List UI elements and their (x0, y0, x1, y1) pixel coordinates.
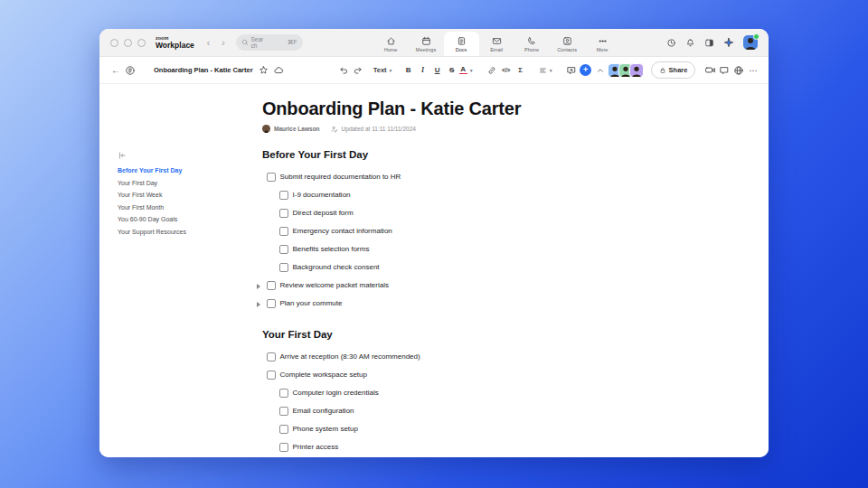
language-globe-icon[interactable] (731, 62, 746, 79)
docs-home-icon[interactable] (123, 62, 137, 79)
panel-icon[interactable] (704, 38, 714, 48)
ai-companion-button[interactable]: + (579, 62, 593, 79)
collapse-toolbar-button[interactable] (593, 62, 608, 79)
link-icon[interactable] (485, 62, 499, 79)
tab-label: Email (490, 47, 503, 52)
chat-icon[interactable] (717, 62, 731, 79)
outline-item-3[interactable]: Your First Week (118, 192, 253, 198)
checkbox[interactable] (279, 245, 288, 254)
formula-button[interactable]: Σ (514, 62, 528, 79)
search-shortcut: ⌘F (288, 39, 297, 46)
minimize-window-button[interactable] (124, 39, 132, 47)
italic-button[interactable]: I (416, 62, 430, 79)
edited-by-icon (331, 126, 338, 133)
window-controls (110, 39, 146, 47)
checkbox[interactable] (279, 443, 288, 452)
author-name: Maurice Lawson (274, 126, 320, 132)
checkbox[interactable] (267, 371, 276, 380)
text-style-dropdown[interactable]: Text▼ (376, 62, 391, 79)
outline-item-6[interactable]: Your Support Resources (118, 229, 253, 235)
checklist-row: I-9 documentation (262, 186, 570, 204)
collapse-outline-icon[interactable] (118, 151, 127, 160)
checkbox[interactable] (279, 407, 288, 416)
checklist-label[interactable]: Printer access (293, 444, 339, 451)
checkbox[interactable] (267, 299, 276, 308)
checklist-label[interactable]: I-9 documentation (293, 192, 351, 199)
text-color-button[interactable]: A▼ (459, 62, 474, 79)
checklist-label[interactable]: Phone system setup (293, 426, 358, 433)
brand-bottom: Workplace (156, 42, 194, 50)
tab-label: Phone (524, 47, 539, 52)
bold-button[interactable]: B (401, 62, 416, 79)
redo-icon[interactable] (351, 62, 365, 79)
back-button[interactable]: ← (108, 62, 123, 79)
checklist-row: Submit required documentation to HR (262, 168, 570, 186)
forward-chevron-icon[interactable]: › (222, 38, 224, 48)
checklist-label[interactable]: Benefits selection forms (293, 246, 370, 253)
tab-strip: HomeMeetingsDocsEmailPhoneContactsMore (373, 29, 620, 56)
star-icon[interactable] (257, 62, 271, 79)
list-options-dropdown[interactable]: ▼ (539, 62, 553, 79)
checklist-row: Emergency contact information (262, 222, 570, 240)
checklist-label[interactable]: Direct deposit form (293, 210, 354, 217)
undo-icon[interactable] (336, 62, 351, 79)
outline-item-4[interactable]: Your First Month (118, 204, 253, 211)
tab-label: Home (384, 47, 398, 52)
checkbox[interactable] (279, 227, 288, 236)
checklist-row: Benefits selection forms (262, 240, 570, 258)
close-window-button[interactable] (110, 39, 118, 47)
expand-triangle-icon[interactable] (257, 284, 260, 289)
sparkle-icon[interactable] (723, 37, 734, 48)
zoom-window-button[interactable] (137, 39, 146, 47)
tab-docs[interactable]: Docs (444, 32, 479, 56)
collaborator-avatar-3[interactable] (629, 63, 644, 78)
outline-item-2[interactable]: Your First Day (118, 180, 253, 186)
strikethrough-button[interactable]: S (445, 62, 459, 79)
checkbox[interactable] (267, 173, 276, 182)
video-call-icon[interactable] (703, 62, 717, 79)
checkbox[interactable] (279, 263, 288, 272)
checklist-label[interactable]: Complete workspace setup (280, 371, 368, 379)
page-title: Onboarding Plan - Katie Carter (262, 98, 570, 119)
checklist-label[interactable]: Submit required documentation to HR (280, 174, 401, 181)
checkbox[interactable] (279, 389, 288, 398)
more-options-button[interactable]: ⋯ (746, 62, 760, 79)
checkbox[interactable] (267, 281, 276, 290)
checkbox[interactable] (267, 352, 276, 361)
tab-more[interactable]: More (585, 33, 620, 56)
outline-item-1[interactable]: Before Your First Day (118, 167, 253, 174)
checklist-label[interactable]: Plan your commute (280, 300, 343, 307)
zoom-workplace-window: zoom Workplace ‹ › Search ⌘F HomeMeeting… (99, 29, 769, 457)
tab-contacts[interactable]: Contacts (550, 33, 585, 56)
comment-icon[interactable] (564, 62, 579, 79)
history-icon[interactable] (666, 38, 676, 48)
checkbox[interactable] (279, 191, 288, 200)
doc-title: Onboarding Plan - Katie Carter (154, 66, 253, 74)
checkbox[interactable] (279, 209, 288, 218)
checklist-label[interactable]: Background check consent (293, 264, 380, 271)
tab-email[interactable]: Email (479, 33, 514, 56)
code-button[interactable]: </> (499, 62, 514, 79)
tab-phone[interactable]: Phone (514, 33, 550, 56)
underline-button[interactable]: U (430, 62, 445, 79)
cloud-sync-icon[interactable] (271, 62, 286, 79)
tab-home[interactable]: Home (373, 33, 409, 56)
outline-item-5[interactable]: You 60-90 Day Goals (118, 216, 253, 222)
share-button[interactable]: Share (651, 61, 696, 79)
checkbox[interactable] (279, 425, 288, 434)
tab-meetings[interactable]: Meetings (409, 33, 444, 56)
back-chevron-icon[interactable]: ‹ (207, 38, 210, 48)
checklist-row: Direct deposit form (262, 204, 570, 222)
checklist-label[interactable]: Emergency contact information (293, 228, 392, 235)
checklist-label[interactable]: Email configuration (293, 408, 354, 415)
status-dot (753, 33, 760, 40)
checklist-label[interactable]: Review welcome packet materials (280, 282, 390, 289)
bell-icon[interactable] (685, 38, 695, 48)
search-placeholder: Search (251, 36, 266, 50)
user-avatar[interactable] (743, 35, 758, 50)
checklist-label[interactable]: Arrive at reception (8:30 AM recommended… (280, 353, 420, 361)
expand-triangle-icon[interactable] (257, 302, 260, 307)
global-search-input[interactable]: Search ⌘F (236, 34, 303, 51)
checklist-row: Plan your commute (262, 295, 570, 313)
checklist-label[interactable]: Computer login credentials (293, 389, 379, 397)
